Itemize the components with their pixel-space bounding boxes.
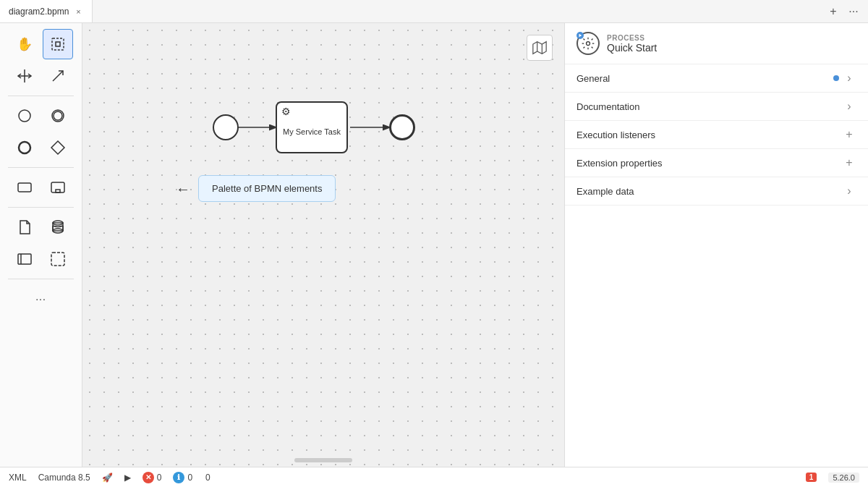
tooltip-arrow-icon: ← (176, 180, 190, 197)
panel-section-general[interactable]: General › (565, 64, 868, 93)
documentation-chevron: › (842, 100, 856, 113)
end-event[interactable] (389, 114, 415, 140)
error-count: 0 (157, 473, 162, 483)
version-item: 5.26.0 (828, 473, 859, 483)
general-label: General (576, 73, 833, 84)
execution-listeners-label: Execution listeners (576, 130, 842, 140)
camunda-version: Camunda 8.5 (38, 473, 90, 483)
general-chevron: › (842, 72, 856, 85)
right-panel-header: PROCESS Quick Start (565, 23, 868, 64)
notification-item[interactable]: 1 (806, 473, 817, 482)
svg-marker-8 (51, 141, 64, 154)
tooltip-text: Palette of BPMN elements (212, 183, 322, 194)
tooltip-balloon: ← Palette of BPMN elements (198, 175, 336, 202)
svg-marker-26 (579, 34, 582, 38)
tool-start-event[interactable] (9, 101, 40, 131)
right-panel-title: PROCESS Quick Start (607, 34, 657, 54)
svg-point-7 (19, 142, 30, 153)
xml-label: XML (9, 473, 27, 483)
svg-line-3 (53, 71, 63, 81)
deploy-button[interactable]: 🚀 (102, 473, 113, 483)
status-bar: XML Camunda 8.5 🚀 ▶ ✕ 0 ℹ 0 0 1 5.26.0 (0, 467, 868, 487)
camunda-version-label: Camunda 8.5 (38, 473, 90, 483)
tool-more[interactable]: ··· (26, 284, 56, 314)
play-button[interactable]: ▶ (124, 473, 131, 483)
panel-section-extension-properties[interactable]: Extension properties + (565, 149, 868, 177)
general-dot (833, 75, 839, 81)
tab-diagram2[interactable]: diagram2.bpmn × (0, 0, 93, 22)
version-label: 5.26.0 (833, 473, 855, 482)
tool-hand[interactable]: ✋ (9, 29, 40, 59)
process-type-label: PROCESS (607, 34, 657, 42)
panel-section-example-data[interactable]: Example data › (565, 177, 868, 206)
notification-badge: 1 (806, 473, 817, 482)
svg-rect-19 (51, 253, 64, 266)
example-data-chevron: › (842, 185, 856, 198)
map-button[interactable] (527, 35, 553, 61)
extension-properties-label: Extension properties (576, 158, 842, 169)
tab-label: diagram2.bpmn (9, 7, 69, 17)
documentation-label: Documentation (576, 101, 842, 112)
tool-data-store[interactable] (43, 212, 73, 242)
error-icon: ✕ (142, 472, 154, 483)
deploy-icon: 🚀 (102, 473, 113, 483)
main-area: ✋ (0, 23, 868, 467)
tool-end-event[interactable] (9, 132, 40, 163)
info-count-item: ℹ 0 (173, 472, 192, 483)
tab-bar: diagram2.bpmn × + ··· (0, 0, 868, 23)
tool-connect[interactable] (43, 61, 73, 91)
bpmn-canvas-area: ⚙ My Service Task ← Palette of BPMN elem… (82, 23, 564, 467)
warning-count-item: 0 (204, 473, 210, 483)
svg-point-6 (54, 111, 62, 120)
tab-actions: + ··· (825, 3, 868, 20)
tool-intermediate-event[interactable] (43, 101, 73, 131)
tool-gateway[interactable] (43, 132, 73, 163)
tool-data-object[interactable] (9, 212, 40, 242)
panel-section-documentation[interactable]: Documentation › (565, 93, 868, 121)
tool-pool[interactable] (9, 244, 40, 274)
tool-space[interactable] (9, 61, 40, 91)
panel-section-execution-listeners[interactable]: Execution listeners + (565, 121, 868, 149)
tool-lasso[interactable] (43, 29, 73, 59)
svg-rect-11 (56, 190, 60, 192)
canvas-scrollbar[interactable] (294, 458, 352, 462)
new-tab-button[interactable]: + (825, 3, 842, 20)
extension-properties-add[interactable]: + (842, 156, 856, 169)
execution-listeners-add[interactable]: + (842, 128, 856, 141)
connections-svg (82, 23, 564, 467)
right-panel: PROCESS Quick Start General › Documentat… (564, 23, 868, 467)
canvas[interactable]: ⚙ My Service Task ← Palette of BPMN elem… (82, 23, 564, 467)
service-task-label: My Service Task (283, 127, 341, 136)
process-icon (576, 32, 600, 55)
tool-subprocess[interactable] (43, 172, 73, 203)
warning-count: 0 (205, 473, 210, 483)
example-data-label: Example data (576, 186, 842, 197)
svg-marker-22 (533, 42, 546, 54)
info-count: 0 (187, 473, 192, 483)
svg-point-25 (587, 42, 590, 46)
info-icon: ℹ (173, 472, 184, 483)
svg-rect-17 (18, 254, 31, 264)
play-icon: ▶ (124, 473, 131, 483)
tab-close-button[interactable]: × (73, 7, 83, 17)
service-task-icon: ⚙ (281, 106, 291, 117)
more-tabs-button[interactable]: ··· (845, 3, 862, 20)
service-task[interactable]: ⚙ My Service Task (276, 101, 348, 153)
svg-point-4 (19, 110, 30, 122)
tool-group[interactable] (43, 244, 73, 274)
error-count-item: ✕ 0 (142, 472, 162, 483)
xml-button[interactable]: XML (9, 473, 27, 483)
palette: ✋ (0, 23, 82, 467)
start-event[interactable] (213, 114, 239, 140)
svg-rect-0 (52, 38, 64, 50)
tool-task[interactable] (9, 172, 40, 203)
process-name: Quick Start (607, 42, 657, 54)
svg-rect-10 (51, 182, 64, 192)
svg-rect-9 (18, 183, 31, 192)
